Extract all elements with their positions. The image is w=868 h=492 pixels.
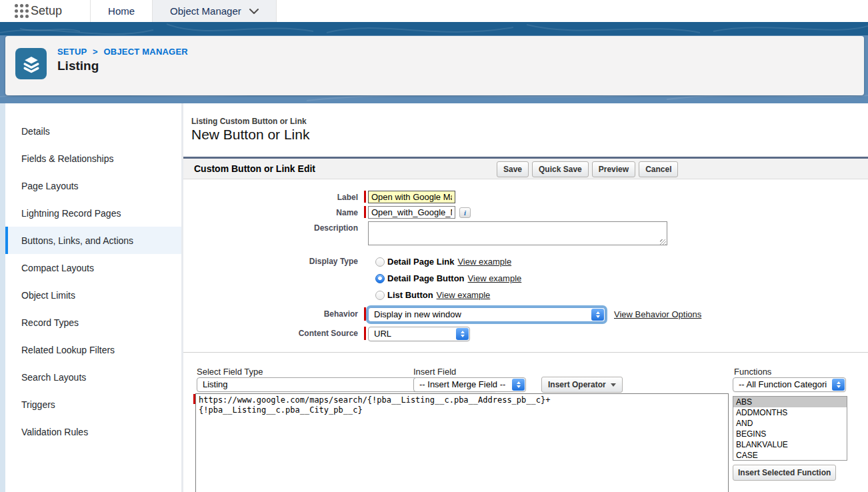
display-type-option-detail-page-button: Detail Page Button View example <box>375 270 521 287</box>
breadcrumb-setup[interactable]: SETUP <box>57 47 87 57</box>
insert-field-label: Insert Field <box>413 367 456 377</box>
tab-object-manager[interactable]: Object Manager <box>152 0 277 22</box>
formula-editor: Select Field Type Insert Field Functions… <box>183 353 868 491</box>
sidebar-item-record-types[interactable]: Record Types <box>5 309 181 336</box>
object-sidebar: Details Fields & Relationships Page Layo… <box>5 103 181 492</box>
context-title: Listing Custom Button or Link <box>183 103 868 126</box>
display-type-row: Display Type Detail Page Link View examp… <box>183 253 868 303</box>
app-launcher-icon <box>15 4 18 7</box>
cancel-button[interactable]: Cancel <box>639 161 678 177</box>
functions-label: Functions <box>734 367 771 377</box>
view-example-link-detail-page-link[interactable]: View example <box>457 257 511 267</box>
object-layers-icon <box>15 48 47 79</box>
sidebar-item-buttons-links-actions[interactable]: Buttons, Links, and Actions <box>5 227 181 254</box>
function-item-abs[interactable]: ABS <box>733 397 847 407</box>
select-field-type-label: Select Field Type <box>197 367 263 377</box>
info-icon[interactable]: i <box>459 207 471 218</box>
chevron-down-icon <box>249 9 259 14</box>
name-field-label: Name <box>183 206 358 217</box>
required-indicator <box>364 206 366 218</box>
sidebar-item-triggers[interactable]: Triggers <box>5 391 181 418</box>
functions-listbox: ABS ADDMONTHS AND BEGINS BLANKVALUE CASE <box>733 396 847 461</box>
custom-button-edit-section: Custom Button or Link Edit Save Quick Sa… <box>183 157 868 491</box>
app-launcher-button[interactable] <box>0 0 31 22</box>
breadcrumb: SETUP > OBJECT MANAGER <box>57 47 188 57</box>
display-type-label: Display Type <box>183 253 358 266</box>
required-indicator <box>364 327 366 340</box>
view-example-link-list-button[interactable]: View example <box>437 290 491 300</box>
salesforce-setup-page: Setup Home Object Manager <box>0 0 868 492</box>
quick-save-button[interactable]: Quick Save <box>532 161 589 177</box>
name-input[interactable] <box>368 206 455 219</box>
sidebar-item-fields-relationships[interactable]: Fields & Relationships <box>5 145 181 172</box>
radio-list-button[interactable] <box>375 291 385 300</box>
description-row: Description <box>183 221 868 248</box>
content-source-label: Content Source <box>183 327 358 338</box>
tab-home-label: Home <box>108 5 135 17</box>
select-stepper-icon <box>512 379 525 391</box>
function-item-begins[interactable]: BEGINS <box>733 429 847 439</box>
behavior-row: Behavior Display in new window View Beha… <box>183 307 868 322</box>
section-button-group: Save Quick Save Preview Cancel <box>497 161 678 177</box>
function-item-addmonths[interactable]: ADDMONTHS <box>733 407 847 418</box>
button-edit-form: Label Name i <box>183 179 868 341</box>
formula-textarea[interactable]: https://www.google.com/maps/search/{!pba… <box>195 393 729 492</box>
sidebar-item-page-layouts[interactable]: Page Layouts <box>5 172 181 199</box>
sidebar-item-object-limits[interactable]: Object Limits <box>5 281 181 309</box>
resize-handle-icon[interactable] <box>660 239 666 245</box>
insert-selected-function-button[interactable]: Insert Selected Function <box>733 465 836 481</box>
setup-banner: SETUP > OBJECT MANAGER Listing <box>0 22 868 103</box>
new-button-or-link-title: New Button or Link <box>183 126 868 143</box>
required-indicator <box>364 191 366 203</box>
breadcrumb-separator: > <box>93 47 98 57</box>
sidebar-item-details[interactable]: Details <box>5 117 181 145</box>
view-example-link-detail-page-button[interactable]: View example <box>468 273 522 283</box>
content-source-select[interactable]: URL <box>368 327 470 341</box>
content-source-row: Content Source URL <box>183 327 868 341</box>
main-panel: Listing Custom Button or Link New Button… <box>183 103 868 492</box>
select-stepper-icon <box>591 309 604 321</box>
sidebar-item-related-lookup-filters[interactable]: Related Lookup Filters <box>5 336 181 363</box>
global-nav: Setup Home Object Manager <box>0 0 868 22</box>
tab-object-manager-label: Object Manager <box>170 5 241 17</box>
description-textarea[interactable] <box>368 221 667 245</box>
section-title: Custom Button or Link Edit <box>194 163 315 174</box>
dropdown-triangle-icon <box>611 383 616 387</box>
preview-button[interactable]: Preview <box>592 161 635 177</box>
label-field-label: Label <box>183 191 358 202</box>
required-indicator <box>364 307 366 321</box>
display-type-option-detail-page-link: Detail Page Link View example <box>375 253 521 270</box>
function-item-blankvalue[interactable]: BLANKVALUE <box>733 439 847 450</box>
save-button[interactable]: Save <box>497 161 529 177</box>
label-row: Label <box>183 191 868 203</box>
name-row: Name i <box>183 206 868 219</box>
radio-detail-page-button[interactable] <box>375 274 385 283</box>
sidebar-item-search-layouts[interactable]: Search Layouts <box>5 363 181 391</box>
view-behavior-options-link[interactable]: View Behavior Options <box>614 309 701 319</box>
page-title: Listing <box>57 59 99 73</box>
content-area: Details Fields & Relationships Page Layo… <box>0 103 868 492</box>
behavior-select[interactable]: Display in new window <box>368 307 605 322</box>
display-type-option-list-button: List Button View example <box>375 287 521 303</box>
select-stepper-icon <box>832 379 845 391</box>
sidebar-item-validation-rules[interactable]: Validation Rules <box>5 418 181 445</box>
label-input[interactable] <box>368 191 455 203</box>
section-header: Custom Button or Link Edit Save Quick Sa… <box>183 159 868 179</box>
function-item-and[interactable]: AND <box>733 418 847 429</box>
radio-detail-page-link[interactable] <box>375 257 385 267</box>
select-stepper-icon <box>456 328 469 340</box>
function-item-case[interactable]: CASE <box>733 450 847 461</box>
tab-home[interactable]: Home <box>90 0 152 22</box>
breadcrumb-object-manager[interactable]: OBJECT MANAGER <box>104 47 188 57</box>
object-header-card: SETUP > OBJECT MANAGER Listing <box>5 36 864 95</box>
insert-operator-button[interactable]: Insert Operator <box>541 377 623 393</box>
sidebar-item-compact-layouts[interactable]: Compact Layouts <box>5 254 181 281</box>
sidebar-item-lightning-record-pages[interactable]: Lightning Record Pages <box>5 199 181 227</box>
description-field-label: Description <box>183 221 358 233</box>
function-category-select[interactable]: -- All Function Categori <box>733 377 846 392</box>
app-title: Setup <box>31 4 62 18</box>
behavior-label: Behavior <box>183 307 358 319</box>
insert-merge-field-select[interactable]: -- Insert Merge Field -- <box>413 377 526 392</box>
